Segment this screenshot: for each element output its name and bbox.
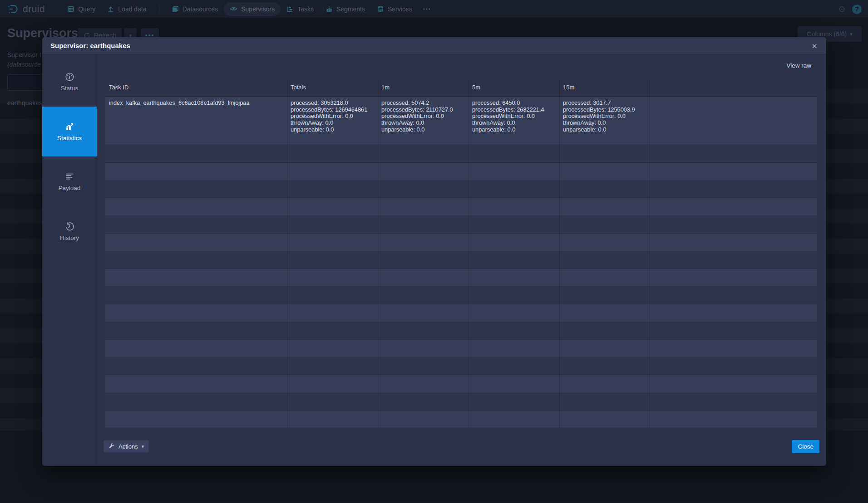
upload-icon [107,5,114,13]
gear-icon[interactable]: ⚙ [838,5,846,14]
gantt-icon [286,5,294,13]
tab-label: Payload [59,185,81,191]
table-row-empty [105,340,817,357]
eye-icon [230,5,237,13]
dialog-side-tabs: Status Statistics Payload [42,54,97,466]
app: druid Query Load data [0,0,868,503]
chevron-down-icon: ▾ [850,31,853,37]
close-label: Close [798,443,814,450]
database-icon [377,5,384,13]
table-row-task-stats: index_kafka_earthquakes_6c6ac108e1afd93_… [105,97,817,145]
column-divider [559,78,560,428]
wrench-icon [108,443,115,449]
cell-task-id: index_kafka_earthquakes_6c6ac108e1afd93_… [105,97,287,145]
druid-logo[interactable]: druid [7,3,45,15]
nav-item-label: Query [78,5,95,13]
nav-right-controls: ⚙ ? [838,0,862,18]
datasource-subheader: (datasource [7,61,41,68]
table-row-empty [105,410,817,428]
tab-label: Status [61,85,78,92]
nav-item-segments[interactable]: Segments [320,2,371,16]
nav-item-label: Load data [118,5,146,13]
table-row-empty [105,198,817,216]
logo-text: druid [23,4,45,15]
nav-item-services[interactable]: Services [371,2,418,16]
dialog-footer: Actions ▾ Close [42,430,826,466]
nav-divider [159,5,159,14]
column-divider [469,78,469,428]
nav-item-tasks[interactable]: Tasks [281,2,320,16]
task-stats-table: Task ID Totals 1m 5m 15m index_kafka_ear… [105,78,817,428]
table-header-row: Task ID Totals 1m 5m 15m [105,78,817,97]
druid-logo-icon [7,3,19,15]
nav-item-supervisors[interactable]: Supervisors [224,2,281,16]
dialog-title: Supervisor: earthquakes [50,42,130,49]
cell-1m: processed: 5074.2 processedBytes: 211072… [378,97,469,145]
close-icon[interactable]: ✕ [809,41,820,52]
align-left-icon [65,172,74,181]
nav-item-label: Tasks [297,5,314,13]
nav-item-label: Segments [336,5,365,13]
column-header-15m[interactable]: 15m [559,78,650,96]
nav-more-button[interactable] [418,5,435,13]
nav-item-label: Datasources [182,5,218,13]
help-icon[interactable]: ? [852,5,862,14]
nav-item-load-data[interactable]: Load data [101,2,152,16]
cell-5m: processed: 6450.0 processedBytes: 268222… [469,97,559,145]
more-icon [423,5,431,13]
column-header-5m[interactable]: 5m [469,78,559,96]
tab-statistics[interactable]: Statistics [42,107,97,156]
table-row-empty [105,393,817,410]
duplicate-icon [172,5,179,13]
table-row-empty [105,163,817,181]
cell-filler [650,97,817,145]
column-header-task-id[interactable]: Task ID [105,78,287,96]
table-row-empty [105,234,817,251]
table-row-empty [105,145,817,163]
supervisor-dialog: Supervisor: earthquakes ✕ Status [42,37,826,466]
supervisor-row-earthquakes[interactable]: earthquakes [7,99,42,107]
table-row-empty [105,375,817,393]
column-header-filler [650,78,817,96]
column-divider [650,78,650,428]
table-icon [67,5,74,13]
table-row-empty [105,322,817,340]
dashboard-icon [65,72,74,82]
table-row-empty [105,304,817,322]
chevron-down-icon: ▾ [142,444,144,449]
table-row-empty [105,269,817,287]
tab-payload[interactable]: Payload [42,156,97,206]
close-button[interactable]: Close [792,440,819,453]
chart-icon [65,122,74,132]
nav-item-datasources[interactable]: Datasources [166,2,224,16]
column-header-1m[interactable]: 1m [378,78,469,96]
actions-button[interactable]: Actions ▾ [104,440,149,453]
column-divider [287,78,287,428]
columns-label: Columns (6/6) [807,30,847,38]
cell-totals: processed: 3053218.0 processedBytes: 126… [287,97,378,145]
supervisor-id-column-header: Supervisor I [7,51,41,59]
table-row-empty [105,181,817,198]
table-empty-rows [105,145,817,428]
actions-label: Actions [118,443,138,450]
nav-item-label: Supervisors [241,5,275,13]
tab-status[interactable]: Status [42,57,97,107]
table-row-empty [105,251,817,269]
tab-label: Statistics [57,135,82,142]
view-raw-link[interactable]: View raw [786,62,811,69]
nav-item-label: Services [388,5,412,13]
nav-item-query[interactable]: Query [61,2,101,16]
tab-label: History [60,234,79,241]
history-icon [65,222,74,231]
dialog-titlebar: Supervisor: earthquakes [42,37,826,54]
column-divider [378,78,378,428]
tab-history[interactable]: History [42,206,97,256]
table-row-empty [105,287,817,304]
table-row-empty [105,357,817,375]
bar-chart-icon [326,5,333,13]
top-nav: druid Query Load data [0,0,868,18]
table-row-empty [105,216,817,234]
cell-15m: processed: 3017.7 processedBytes: 125500… [559,97,650,145]
column-header-totals[interactable]: Totals [287,78,378,96]
